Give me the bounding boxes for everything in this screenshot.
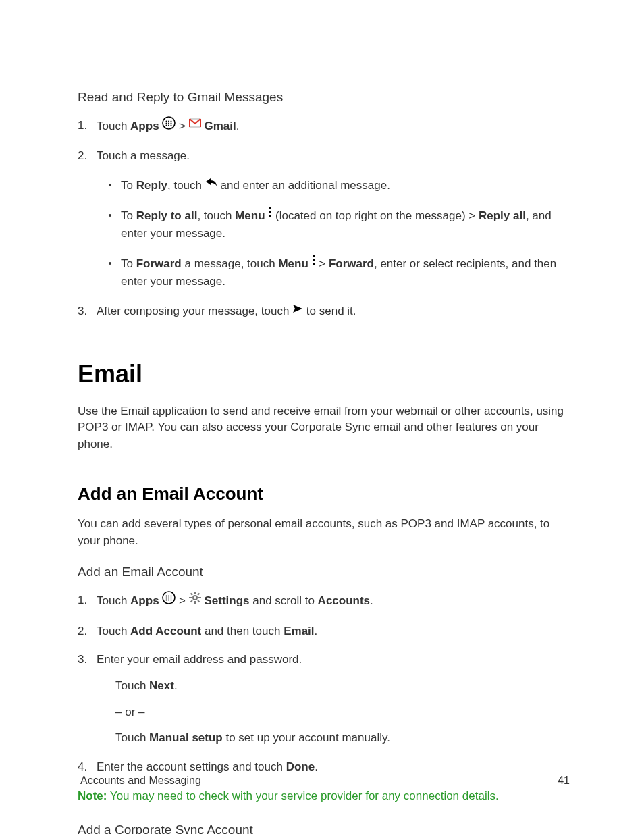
bold-gmail: Gmail — [204, 120, 236, 132]
add-account-intro: You can add several types of personal em… — [78, 516, 570, 549]
bold-apps: Apps — [130, 120, 159, 132]
steps-read-reply: Touch Apps > Gmail. Touch a message. To … — [78, 118, 570, 320]
text: Touch — [115, 731, 149, 744]
step-2: Touch a message. To Reply, touch and ent… — [97, 148, 570, 290]
svg-point-2 — [168, 120, 169, 122]
note: Note: You may need to check with your se… — [78, 788, 570, 805]
text: and scroll to — [250, 594, 318, 607]
note-label: Note: — [78, 789, 107, 802]
heading-add-account: Add an Email Account — [78, 481, 570, 507]
add-step-2: Touch Add Account and then touch Email. — [97, 623, 570, 640]
text: To — [121, 257, 136, 270]
heading-email: Email — [78, 357, 570, 392]
bold-accounts: Accounts — [318, 594, 370, 607]
add-step-1: Touch Apps > Settings and scroll to Acco… — [97, 592, 570, 611]
svg-point-27 — [193, 596, 197, 600]
svg-point-19 — [168, 596, 169, 597]
text: , touch — [167, 179, 205, 192]
apps-icon — [162, 591, 176, 610]
text: > — [316, 257, 329, 270]
svg-point-23 — [171, 598, 172, 599]
substep-reply: To Reply, touch and enter an additional … — [121, 177, 570, 195]
svg-point-25 — [168, 600, 169, 601]
bold-email: Email — [284, 625, 314, 637]
bold-next: Next — [149, 679, 174, 692]
svg-point-22 — [168, 598, 169, 599]
step-1: Touch Apps > Gmail. — [97, 118, 570, 136]
svg-rect-12 — [269, 211, 271, 213]
footer-section: Accounts and Messaging — [80, 775, 201, 786]
bold-menu: Menu — [235, 209, 265, 222]
svg-rect-15 — [313, 259, 315, 261]
svg-rect-16 — [313, 263, 315, 265]
text: > — [176, 120, 188, 132]
svg-line-34 — [198, 594, 200, 596]
note-text: You may need to check with your service … — [107, 789, 498, 802]
svg-rect-13 — [269, 215, 271, 217]
text: . — [315, 625, 318, 637]
svg-point-8 — [168, 124, 169, 126]
svg-rect-14 — [313, 255, 315, 257]
bold-manual-setup: Manual setup — [149, 731, 223, 744]
svg-line-32 — [190, 594, 192, 596]
svg-line-33 — [198, 600, 200, 602]
text: After composing your message, touch — [97, 305, 292, 317]
text: a message, touch — [182, 257, 279, 270]
text: > — [176, 594, 188, 607]
add-step-3: Enter your email address and password. T… — [97, 652, 570, 747]
footer-page-number: 41 — [558, 773, 570, 788]
page-footer: Accounts and Messaging 41 — [80, 773, 570, 788]
text: Enter your email address and password. — [97, 653, 302, 666]
menu-icon — [312, 254, 316, 271]
apps-icon — [162, 116, 176, 135]
text: (located on top right on the message) > — [272, 209, 479, 222]
email-intro: Use the Email application to send and re… — [78, 403, 570, 453]
indent-or: – or – — [97, 704, 570, 721]
step-3: After composing your message, touch to s… — [97, 303, 570, 320]
bold-add-account: Add Account — [130, 625, 201, 637]
text: . — [174, 679, 178, 692]
bold-reply: Reply — [136, 179, 167, 192]
text: Touch — [97, 625, 130, 637]
bold-reply-all-2: Reply all — [479, 209, 526, 222]
steps-add-email: Touch Apps > Settings and scroll to Acco… — [78, 592, 570, 775]
gmail-icon — [189, 117, 201, 134]
text: Touch — [97, 120, 130, 132]
svg-point-18 — [166, 596, 167, 597]
text: Touch — [97, 594, 130, 607]
svg-point-5 — [168, 122, 169, 124]
svg-point-6 — [171, 122, 172, 124]
text: and then touch — [201, 625, 284, 637]
bold-forward: Forward — [136, 257, 182, 270]
svg-point-7 — [166, 124, 167, 126]
text: . — [370, 594, 373, 607]
text: . — [315, 760, 318, 773]
send-icon — [292, 302, 303, 319]
svg-point-1 — [166, 120, 167, 122]
svg-point-21 — [166, 598, 167, 599]
text: and enter an additional message. — [217, 179, 390, 192]
text: To — [121, 209, 136, 222]
bold-menu: Menu — [278, 257, 308, 270]
text: To — [121, 179, 136, 192]
text: Enter the account settings and touch — [97, 760, 286, 773]
bold-done: Done — [286, 760, 315, 773]
text: Touch — [115, 679, 149, 692]
text: Touch a message. — [97, 149, 190, 162]
subheading-corporate: Add a Corporate Sync Account — [78, 820, 570, 834]
substep-reply-all: To Reply to all, touch Menu (located on … — [121, 207, 570, 243]
svg-point-3 — [171, 120, 172, 122]
subheading-add-email: Add an Email Account — [78, 563, 570, 581]
text: to set up your account manually. — [223, 731, 390, 744]
indent-next: Touch Next. — [97, 678, 570, 695]
svg-line-35 — [190, 600, 192, 602]
svg-point-26 — [171, 600, 172, 601]
settings-icon — [189, 592, 201, 609]
svg-rect-11 — [269, 207, 271, 209]
bold-forward-2: Forward — [329, 257, 374, 270]
indent-manual: Touch Manual setup to set up your accoun… — [97, 730, 570, 747]
reply-icon — [205, 176, 217, 193]
menu-icon — [268, 206, 272, 224]
svg-point-9 — [171, 124, 172, 126]
svg-point-4 — [166, 122, 167, 124]
